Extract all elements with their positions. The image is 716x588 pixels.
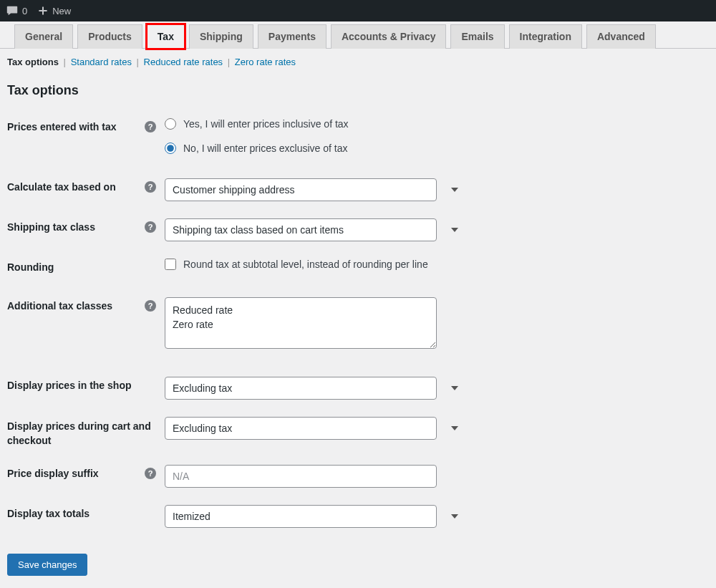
prices-inclusive-radio[interactable] bbox=[165, 118, 176, 130]
display-totals-select[interactable]: Itemized bbox=[165, 505, 437, 528]
tax-options-page: Tax options Prices entered with tax ? Ye… bbox=[0, 83, 716, 588]
save-changes-button[interactable]: Save changes bbox=[7, 554, 87, 576]
rounding-label: Rounding bbox=[7, 261, 54, 273]
settings-tabs: General Products Tax Shipping Payments A… bbox=[0, 21, 716, 49]
display-cart-label: Display prices during cart and checkout bbox=[7, 420, 165, 448]
tab-tax[interactable]: Tax bbox=[147, 24, 185, 49]
help-icon[interactable]: ? bbox=[145, 221, 156, 233]
shipping-tax-class-select[interactable]: Shipping tax class based on cart items bbox=[165, 218, 437, 241]
adminbar-comments[interactable]: 0 bbox=[6, 4, 27, 17]
comments-count: 0 bbox=[22, 6, 27, 16]
prices-exclusive-option[interactable]: No, I will enter prices exclusive of tax bbox=[165, 143, 465, 154]
adminbar-new-label: New bbox=[52, 6, 71, 16]
tab-integration[interactable]: Integration bbox=[509, 24, 582, 49]
shipping-tax-class-label: Shipping tax class bbox=[7, 221, 95, 233]
tab-general[interactable]: General bbox=[14, 24, 73, 49]
prices-inclusive-option[interactable]: Yes, I will enter prices inclusive of ta… bbox=[165, 118, 465, 130]
price-suffix-input[interactable] bbox=[165, 465, 437, 488]
tab-payments[interactable]: Payments bbox=[258, 24, 326, 49]
tax-subnav: Tax options | Standard rates | Reduced r… bbox=[0, 49, 716, 70]
additional-tax-classes-textarea[interactable] bbox=[165, 297, 437, 349]
admin-bar: 0 New bbox=[0, 0, 716, 21]
help-icon[interactable]: ? bbox=[145, 468, 156, 479]
adminbar-new[interactable]: New bbox=[37, 5, 71, 16]
help-icon[interactable]: ? bbox=[145, 121, 156, 132]
display-shop-label: Display prices in the shop bbox=[7, 380, 132, 391]
subnav-reduced-rates[interactable]: Reduced rate rates bbox=[144, 57, 223, 67]
subnav-current: Tax options bbox=[7, 57, 59, 67]
display-totals-label: Display tax totals bbox=[7, 508, 90, 519]
tab-products[interactable]: Products bbox=[77, 24, 142, 49]
subnav-standard-rates[interactable]: Standard rates bbox=[71, 57, 132, 67]
display-cart-select[interactable]: Excluding tax bbox=[165, 417, 437, 440]
display-shop-select[interactable]: Excluding tax bbox=[165, 377, 437, 400]
rounding-option[interactable]: Round tax at subtotal level, instead of … bbox=[165, 259, 465, 270]
tab-shipping[interactable]: Shipping bbox=[189, 24, 253, 49]
tab-advanced[interactable]: Advanced bbox=[586, 24, 656, 49]
comment-icon bbox=[6, 4, 19, 17]
help-icon[interactable]: ? bbox=[145, 181, 156, 193]
rounding-checkbox[interactable] bbox=[165, 259, 176, 270]
tab-accounts-privacy[interactable]: Accounts & Privacy bbox=[331, 24, 447, 49]
calculate-based-select[interactable]: Customer shipping address bbox=[165, 178, 437, 201]
plus-icon bbox=[37, 5, 49, 16]
additional-tax-classes-label: Additional tax classes bbox=[7, 300, 112, 312]
prices-entered-label: Prices entered with tax bbox=[7, 121, 117, 132]
calculate-based-label: Calculate tax based on bbox=[7, 181, 116, 193]
prices-exclusive-radio[interactable] bbox=[165, 143, 176, 154]
section-title: Tax options bbox=[7, 83, 709, 98]
tab-emails[interactable]: Emails bbox=[450, 24, 504, 49]
help-icon[interactable]: ? bbox=[145, 300, 156, 312]
price-suffix-label: Price display suffix bbox=[7, 468, 99, 479]
subnav-zero-rates[interactable]: Zero rate rates bbox=[235, 57, 296, 67]
